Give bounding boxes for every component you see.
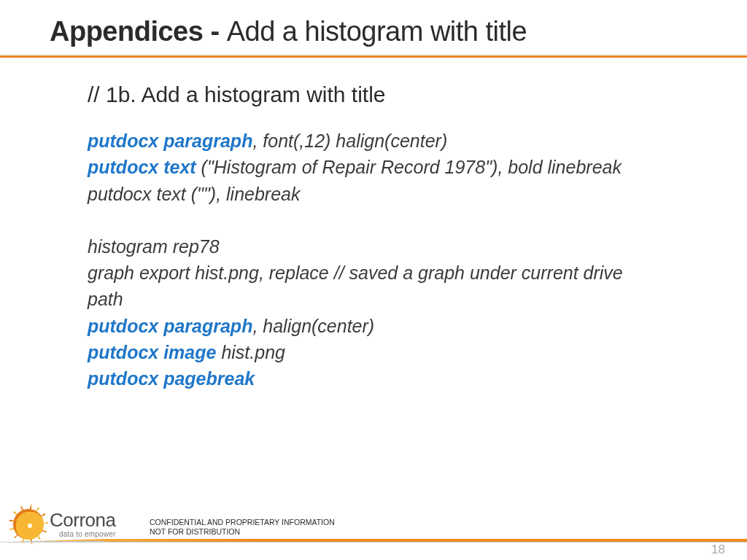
footer: Corrona data to empower CONFIDENTIAL AND… <box>0 502 747 560</box>
code-line: putdocx image hist.png <box>88 339 659 365</box>
footer-rule <box>0 539 747 542</box>
logo-tagline: data to empower <box>50 531 115 538</box>
keyword: putdocx image <box>88 342 221 362</box>
code-text: hist.png <box>221 342 285 362</box>
confidential-line-2: NOT FOR DISTRIBUTION <box>150 527 335 537</box>
code-text: graph export hist.png, replace // saved … <box>88 262 623 309</box>
slide: Appendices - Add a histogram with title … <box>0 0 747 560</box>
keyword: putdocx paragraph <box>88 316 252 336</box>
title-bold: Appendices - <box>50 16 227 47</box>
logo-name: Corrona <box>50 510 115 529</box>
content-area: // 1b. Add a histogram with title putdoc… <box>0 58 747 392</box>
code-line: putdocx text (""), linebreak <box>88 181 659 207</box>
logo-text: Corrona data to empower <box>50 510 115 538</box>
blank-line <box>88 207 659 233</box>
code-text: histogram rep78 <box>88 236 220 257</box>
keyword: putdocx pagebreak <box>88 368 255 389</box>
code-line: putdocx pagebreak <box>88 365 659 392</box>
title-rest: Add a histogram with title <box>227 16 527 47</box>
code-line: histogram rep78 <box>88 233 659 260</box>
code-line: graph export hist.png, replace // saved … <box>88 260 659 313</box>
code-line: putdocx text ("Histogram of Repair Recor… <box>88 154 659 180</box>
page-number: 18 <box>711 542 725 557</box>
section-comment: // 1b. Add a histogram with title <box>88 82 659 107</box>
confidential-line-1: CONFIDENTIAL AND PROPRIETARY INFORMATION <box>150 518 335 527</box>
title-bar: Appendices - Add a histogram with title <box>0 0 747 55</box>
code-line: putdocx paragraph, halign(center) <box>88 313 659 339</box>
code-text: , font(,12) halign(center) <box>252 131 447 151</box>
brand-logo: Corrona data to empower <box>13 509 115 540</box>
slide-title: Appendices - Add a histogram with title <box>50 16 747 47</box>
code-block: putdocx paragraph, font(,12) halign(cent… <box>88 128 659 392</box>
code-text: putdocx text (""), linebreak <box>88 184 301 204</box>
keyword: putdocx text <box>88 157 201 177</box>
code-text: , halign(center) <box>252 316 374 336</box>
code-line: putdocx paragraph, font(,12) halign(cent… <box>88 128 659 154</box>
keyword: putdocx paragraph <box>88 131 252 151</box>
sun-icon <box>13 509 44 540</box>
code-text: ("Histogram of Repair Record 1978"), bol… <box>201 157 622 177</box>
confidential-notice: CONFIDENTIAL AND PROPRIETARY INFORMATION… <box>150 518 335 537</box>
